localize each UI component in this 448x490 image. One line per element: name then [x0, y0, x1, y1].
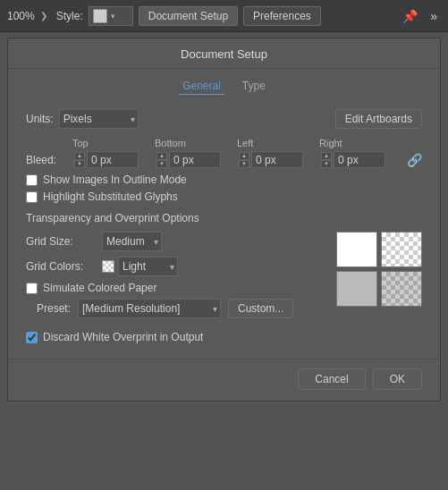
tab-general[interactable]: General [179, 78, 224, 95]
preview-row-top [336, 232, 422, 267]
bleed-top-input[interactable] [87, 151, 139, 168]
bleed-label: Bleed: [26, 154, 71, 166]
bleed-left-input[interactable] [251, 151, 303, 168]
preset-select[interactable]: [Low Resolution] [Medium Resolution] [Hi… [78, 299, 221, 318]
show-images-label: Show Images In Outline Mode [43, 173, 187, 186]
bleed-right-spinner: ▲ ▼ [321, 151, 400, 168]
preview-white-box [336, 232, 377, 267]
bleed-top-arrows: ▲ ▼ [74, 152, 85, 168]
bleed-left-header: Left [237, 138, 319, 148]
bleed-bottom-header: Bottom [155, 138, 237, 148]
simulate-paper-label: Simulate Colored Paper [43, 282, 156, 294]
ok-button[interactable]: OK [373, 368, 422, 390]
preset-select-wrapper: [Low Resolution] [Medium Resolution] [Hi… [78, 299, 221, 318]
bleed-right-header: Right [319, 138, 402, 148]
bleed-left-up-arrow[interactable]: ▲ [239, 152, 249, 160]
grid-size-row: Grid Size: Small Medium Large [26, 232, 327, 251]
dialog-tabs: General Type [8, 69, 440, 100]
bleed-top-up-arrow[interactable]: ▲ [74, 152, 85, 160]
bleed-left-down-arrow[interactable]: ▼ [239, 160, 249, 168]
transparency-header: Transparency and Overprint Options [26, 212, 422, 224]
show-images-checkbox[interactable] [26, 174, 38, 186]
preview-row-bottom [336, 271, 422, 307]
grid-color-preview-icon [102, 260, 114, 273]
style-label: Style: [56, 10, 83, 22]
preset-label: Preset: [26, 302, 71, 315]
grid-colors-label: Grid Colors: [26, 260, 102, 273]
simulate-paper-checkbox[interactable] [26, 283, 38, 294]
grid-colors-control: Light Medium Dark Custom [102, 257, 178, 276]
document-setup-button[interactable]: Document Setup [139, 6, 238, 26]
grid-colors-select-wrapper: Light Medium Dark Custom [118, 257, 178, 276]
grid-colors-row: Grid Colors: Light Medium Dark Custom [26, 257, 327, 276]
bleed-bottom-arrows: ▲ ▼ [156, 152, 167, 168]
bleed-left-spinner: ▲ ▼ [239, 151, 317, 168]
units-left: Units: Pixels Points Picas Inches Millim… [26, 109, 139, 129]
show-images-row: Show Images In Outline Mode [26, 173, 422, 186]
tab-type[interactable]: Type [239, 78, 269, 95]
bleed-bottom-spinner: ▲ ▼ [156, 151, 235, 168]
units-label: Units: [26, 113, 54, 125]
zoom-level: 100% [7, 10, 35, 22]
grid-size-select[interactable]: Small Medium Large [102, 232, 162, 251]
bleed-bottom-input[interactable] [169, 151, 221, 168]
document-setup-dialog: Document Setup General Type Units: Pixel… [7, 38, 441, 401]
bleed-left-arrows: ▲ ▼ [239, 152, 249, 168]
grid-options-area: Grid Size: Small Medium Large Grid Color… [26, 232, 422, 325]
preset-row: Preset: [Low Resolution] [Medium Resolut… [26, 299, 327, 318]
grid-preview-container [336, 232, 422, 307]
discard-white-label: Discard White Overprint in Output [43, 331, 203, 343]
dialog-footer: Cancel OK [8, 359, 440, 401]
bleed-bottom-down-arrow[interactable]: ▼ [156, 160, 167, 168]
preview-gray-box [336, 271, 377, 307]
preview-checkerboard-bottom [381, 271, 422, 307]
grid-size-select-wrapper: Small Medium Large [102, 232, 162, 251]
bleed-row: Bleed: ▲ ▼ ▲ ▼ ▲ ▼ [26, 151, 422, 168]
discard-white-row: Discard White Overprint in Output [26, 331, 422, 343]
discard-white-checkbox[interactable] [26, 332, 38, 343]
chain-link-icon[interactable]: 🔗 [407, 153, 422, 167]
bleed-headers-row: Top Bottom Left Right [26, 138, 422, 148]
preview-checkerboard-top [381, 232, 422, 267]
style-selector[interactable]: ▾ [89, 6, 133, 26]
preferences-button[interactable]: Preferences [243, 6, 321, 26]
pin-icon[interactable]: 📌 [399, 9, 421, 23]
style-color-preview [93, 9, 107, 23]
zoom-chevron-icon: ❯ [40, 11, 47, 21]
bleed-top-spinner: ▲ ▼ [74, 151, 153, 168]
bleed-top-header: Top [72, 138, 155, 148]
edit-artboards-button[interactable]: Edit Artboards [335, 109, 422, 129]
grid-size-label: Grid Size: [26, 235, 102, 248]
bleed-right-arrows: ▲ ▼ [321, 152, 332, 168]
bleed-top-down-arrow[interactable]: ▼ [74, 160, 85, 168]
grid-controls: Grid Size: Small Medium Large Grid Color… [26, 232, 327, 325]
dialog-content: Units: Pixels Points Picas Inches Millim… [8, 100, 440, 359]
units-select[interactable]: Pixels Points Picas Inches Millimeters C… [59, 109, 139, 129]
highlight-glyphs-label: Highlight Substituted Glyphs [43, 190, 178, 203]
bleed-right-down-arrow[interactable]: ▼ [321, 160, 332, 168]
units-row: Units: Pixels Points Picas Inches Millim… [26, 109, 422, 129]
units-select-wrapper: Pixels Points Picas Inches Millimeters C… [59, 109, 139, 129]
highlight-glyphs-row: Highlight Substituted Glyphs [26, 190, 422, 203]
custom-button[interactable]: Custom... [228, 299, 293, 318]
grid-colors-select[interactable]: Light Medium Dark Custom [118, 257, 178, 276]
more-icon[interactable]: » [427, 9, 441, 23]
bleed-right-input[interactable] [334, 151, 385, 168]
bleed-bottom-up-arrow[interactable]: ▲ [156, 152, 167, 160]
bleed-right-up-arrow[interactable]: ▲ [321, 152, 332, 160]
simulate-paper-row: Simulate Colored Paper [26, 282, 327, 294]
toolbar: 100% ❯ Style: ▾ Document Setup Preferenc… [0, 0, 448, 32]
highlight-glyphs-checkbox[interactable] [26, 191, 38, 203]
cancel-button[interactable]: Cancel [298, 368, 365, 390]
dialog-title: Document Setup [8, 38, 440, 69]
style-dropdown-icon: ▾ [111, 12, 115, 21]
